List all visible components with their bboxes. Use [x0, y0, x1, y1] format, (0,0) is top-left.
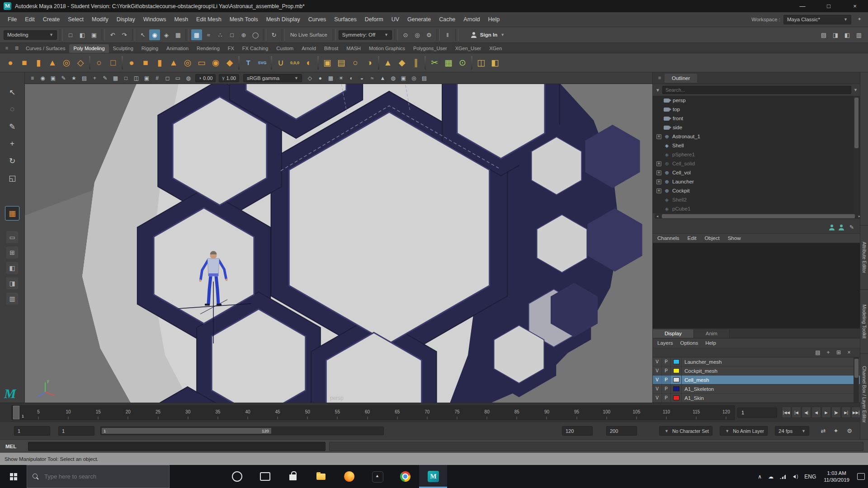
pause-playback-icon[interactable]: ‖ — [442, 29, 453, 40]
move-tool-icon[interactable]: + — [5, 136, 19, 151]
motion-blur-icon[interactable]: ≈ — [368, 74, 377, 83]
snap-point-icon[interactable]: ∴ — [215, 29, 226, 40]
layer-playback-toggle[interactable]: P — [662, 385, 671, 393]
expand-toggle-icon[interactable]: + — [656, 179, 661, 184]
view-transform-selector[interactable]: sRGB gamma ▼ — [243, 74, 302, 82]
poly-disc-icon[interactable]: ◉ — [209, 55, 222, 70]
go-to-end-button[interactable]: ▶▶| — [851, 407, 861, 418]
nurbs-cube-icon[interactable]: ■ — [18, 55, 31, 70]
task-view-button[interactable] — [251, 465, 279, 488]
tray-volume-icon[interactable] — [790, 465, 801, 488]
expand-toggle-icon[interactable]: + — [656, 170, 661, 175]
menu-curves[interactable]: Curves — [304, 12, 330, 27]
nurbs-sphere-icon[interactable]: ● — [4, 55, 17, 70]
outliner-item-top[interactable]: top — [653, 105, 860, 114]
poly-cone-icon[interactable]: ▲ — [167, 55, 180, 70]
construction-history-icon[interactable]: ↻ — [269, 29, 279, 40]
layer-color-swatch[interactable] — [671, 357, 682, 366]
layer-row-launcher-mesh[interactable]: VPLauncher_mesh — [653, 357, 860, 366]
menu-deform[interactable]: Deform — [361, 12, 387, 27]
step-forward-frame-button[interactable]: ▶| — [841, 407, 851, 418]
smooth-shade-icon[interactable]: ● — [316, 74, 325, 83]
select-tool-icon[interactable]: ↖ — [5, 85, 19, 99]
animation-preferences-icon[interactable]: ⚙ — [844, 426, 854, 436]
outliner-vertical-scrollbar[interactable] — [854, 96, 859, 213]
scrollbar-thumb[interactable] — [854, 98, 859, 148]
perspective-viewport[interactable]: y persp — [25, 84, 652, 403]
hidden-icons-chevron[interactable]: ∧ — [755, 465, 765, 488]
maya-button[interactable] — [419, 465, 447, 488]
start-button[interactable] — [0, 465, 27, 488]
menu-edit[interactable]: Edit — [21, 12, 39, 27]
channel-settings-icon[interactable]: ✎ — [848, 223, 856, 231]
gamma-field[interactable]: γ 1.00 — [219, 74, 239, 82]
pane-outliner-layout-icon[interactable]: ◧ — [6, 262, 18, 274]
nurbs-cylinder-icon[interactable]: ▮ — [32, 55, 45, 70]
ipr-render-icon[interactable]: ◎ — [412, 29, 423, 40]
expand-toggle-icon[interactable]: + — [656, 188, 661, 193]
maximize-button[interactable]: □ — [816, 0, 842, 12]
layer-visibility-toggle[interactable]: V — [653, 357, 662, 366]
select-component-icon[interactable]: ◈ — [161, 29, 172, 40]
extrude-icon[interactable]: ▲ — [381, 55, 395, 70]
panel-menu-icon[interactable]: ≡ — [28, 74, 37, 83]
mirror-icon[interactable]: ◫ — [474, 55, 488, 70]
nurbs-cone-icon[interactable]: ▲ — [46, 55, 59, 70]
film-gate-icon[interactable]: □ — [121, 74, 131, 83]
poly-platonic-icon[interactable]: ◆ — [223, 55, 236, 70]
outliner-item-launcher[interactable]: +⊕Launcher — [653, 177, 860, 186]
outliner-horizontal-scrollbar[interactable]: ◂ ▸ — [655, 213, 862, 219]
layer-row-cockpit-mesh[interactable]: VPCockpit_mesh — [653, 366, 860, 375]
shelf-tab-polygons-user[interactable]: Polygons_User — [409, 44, 451, 53]
last-tool-icon[interactable]: ▦ — [5, 206, 19, 221]
shelf-tab-arnold[interactable]: Arnold — [297, 44, 320, 53]
notification-icon[interactable] — [854, 465, 868, 488]
camera-select-icon[interactable]: ◉ — [38, 74, 47, 83]
outliner-item-psphere1[interactable]: ◈pSphere1 — [653, 150, 860, 159]
undo-icon[interactable]: ↶ — [107, 29, 118, 40]
snap-grid-icon[interactable]: ▦ — [191, 29, 202, 40]
safe-title-icon[interactable]: ▭ — [173, 74, 183, 83]
scrollbar-thumb[interactable] — [854, 359, 859, 378]
layer-row-cell-mesh[interactable]: VPCell_mesh — [653, 375, 860, 385]
textured-icon[interactable]: ▦ — [326, 74, 335, 83]
file-explorer-button[interactable] — [307, 465, 335, 488]
outliner-item-cell-vol[interactable]: +⊕Cell_vol — [653, 168, 860, 177]
shelf-tab-fx[interactable]: FX — [224, 44, 238, 53]
shelf-tab-curves-surfaces[interactable]: Curves / Surfaces — [22, 44, 69, 53]
outliner-search-input[interactable] — [662, 86, 851, 94]
anim-layer-menu-icon[interactable] — [838, 225, 844, 230]
sphere-projection-icon[interactable]: ◐ — [302, 55, 316, 70]
xray-icon[interactable]: ◍ — [388, 74, 398, 83]
nurbs-plane-icon[interactable]: ◇ — [74, 55, 87, 70]
current-frame-marker[interactable] — [13, 406, 19, 419]
nurbs-circle-icon[interactable]: ○ — [92, 55, 106, 70]
menu-mesh-tools[interactable]: Mesh Tools — [226, 12, 262, 27]
layer-list-scrollbar[interactable] — [854, 357, 859, 403]
clock[interactable]: 1:03 AM 11/30/2019 — [819, 465, 854, 488]
command-result-area[interactable] — [329, 442, 863, 451]
screen-ao-icon[interactable]: ◒ — [357, 74, 367, 83]
menu-modify[interactable]: Modify — [88, 12, 113, 27]
outliner-item-astronaut-1[interactable]: +⊕Astronaut_1 — [653, 132, 860, 141]
outliner-item-cockpit[interactable]: +⊕Cockpit — [653, 186, 860, 195]
isolate-icon[interactable]: ▣ — [399, 74, 408, 83]
playback-loop-icon[interactable]: ⇄ — [818, 426, 828, 436]
poly-torus-icon[interactable]: ◎ — [181, 55, 194, 70]
layer-tab-display[interactable]: Display — [653, 329, 694, 338]
outliner-item-persp[interactable]: persp — [653, 96, 860, 105]
menu-mesh[interactable]: Mesh — [170, 12, 193, 27]
bevel-icon[interactable]: ◆ — [395, 55, 409, 70]
playback-start-field[interactable]: 1 — [58, 426, 94, 436]
shelf-tab-motion-graphics[interactable]: Motion Graphics — [365, 44, 409, 53]
channel-box-toggle-icon[interactable]: ▥ — [854, 29, 864, 40]
chevron-down-icon[interactable]: ▼ — [854, 88, 858, 92]
smooth-icon[interactable]: ○ — [349, 55, 362, 70]
menu-display[interactable]: Display — [113, 12, 139, 27]
channel-menu-show[interactable]: Show — [728, 235, 741, 241]
step-forward-key-button[interactable]: |▶ — [831, 407, 841, 418]
bridge-icon[interactable]: ∥ — [409, 55, 423, 70]
delete-layer-icon[interactable]: × — [845, 348, 853, 357]
exposure-field[interactable]: ◑ 0.00 — [195, 74, 216, 82]
pane-hypershade-layout-icon[interactable]: ▥ — [6, 293, 18, 305]
